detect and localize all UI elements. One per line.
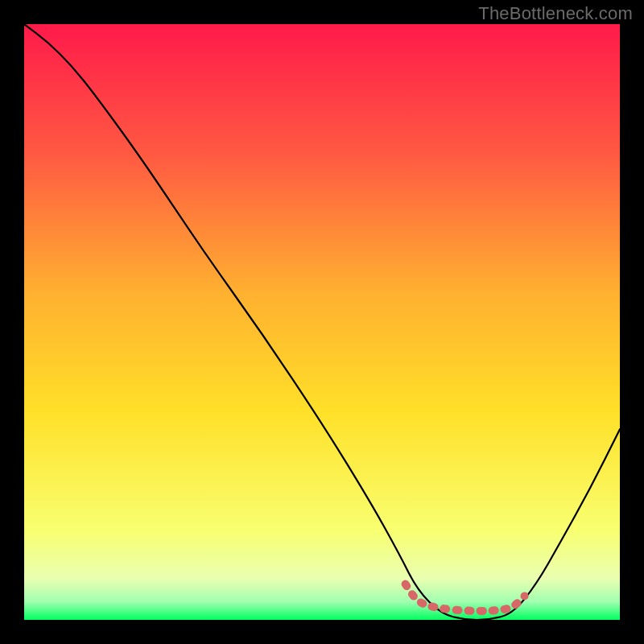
gradient-background bbox=[24, 24, 620, 620]
chart-svg bbox=[24, 24, 620, 620]
chart-plot-area bbox=[24, 24, 620, 620]
watermark-text: TheBottleneck.com bbox=[478, 3, 633, 24]
